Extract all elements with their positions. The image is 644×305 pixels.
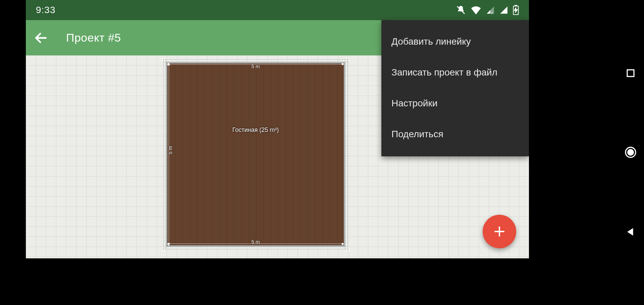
status-bar: 9:33 x: [26, 0, 529, 20]
svg-text:x: x: [491, 11, 493, 14]
room-living[interactable]: 5 m 5 m 5 m Гостиная (25 m²): [163, 59, 348, 249]
menu-share[interactable]: Поделиться: [381, 119, 529, 150]
letterbox-left: [0, 0, 26, 305]
room-dim-top: 5 m: [251, 63, 260, 69]
square-icon: [626, 68, 636, 78]
status-time: 9:33: [36, 5, 56, 15]
triangle-back-icon: [626, 227, 636, 237]
wifi-icon: [471, 6, 481, 14]
nav-back-button[interactable]: [623, 224, 638, 240]
battery-icon: [513, 5, 519, 15]
room-handle-tr[interactable]: [346, 58, 350, 61]
app-screen: 5 m 5 m 5 m Гостиная (25 m²) 9:33 x Прое…: [26, 0, 529, 258]
menu-save-file[interactable]: Записать проект в файл: [381, 57, 529, 88]
menu-add-ruler[interactable]: Добавить линейку: [381, 26, 529, 57]
nav-home-button[interactable]: [623, 145, 638, 160]
svg-point-6: [628, 150, 634, 155]
overflow-menu: Добавить линейку Записать проект в файл …: [381, 20, 529, 156]
project-title: Проект #5: [66, 31, 121, 44]
room-handle-bl[interactable]: [162, 248, 165, 251]
signal-icon-2: [499, 6, 508, 14]
room-fill: [166, 62, 345, 247]
room-dim-bottom: 5 m: [251, 239, 260, 245]
back-arrow-icon: [34, 31, 48, 45]
letterbox-bottom: [26, 258, 529, 305]
room-handle-br[interactable]: [346, 248, 350, 251]
add-fab[interactable]: [483, 215, 516, 248]
room-dim-left: 5 m: [167, 146, 173, 154]
plus-icon: [492, 224, 507, 239]
letterbox-right: [556, 0, 644, 305]
nav-recent-button[interactable]: [623, 65, 638, 81]
room-handle-tl[interactable]: [162, 58, 165, 61]
back-button[interactable]: [29, 26, 53, 50]
svg-rect-4: [627, 70, 634, 77]
menu-settings[interactable]: Настройки: [381, 88, 529, 119]
room-label: Гостиная (25 m²): [232, 126, 279, 134]
signal-icon-1: x: [486, 6, 495, 14]
mute-icon: [456, 5, 466, 15]
android-navbar: [617, 0, 644, 305]
svg-rect-2: [515, 5, 517, 6]
circle-home-icon: [624, 146, 637, 159]
